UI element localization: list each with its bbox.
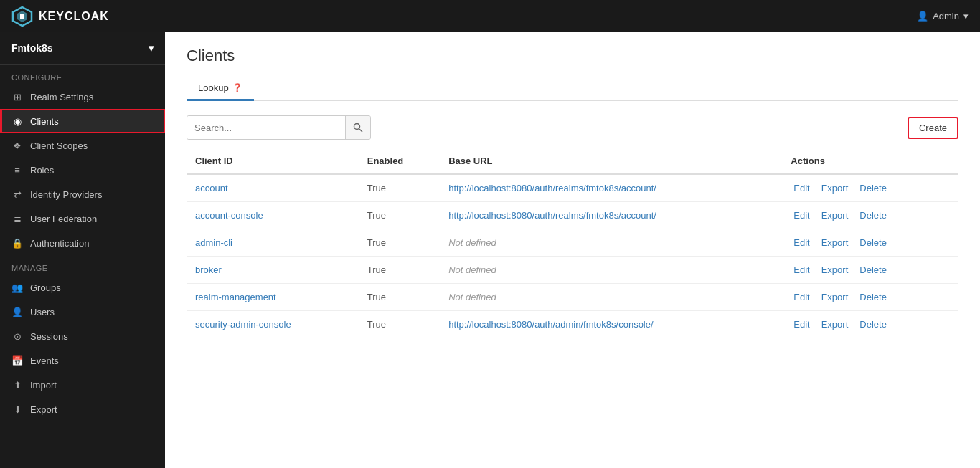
sidebar-item-identity-providers[interactable]: ⇄ Identity Providers [0,182,165,206]
sessions-icon: ⊙ [11,330,23,342]
client-id-link[interactable]: account-console [195,210,263,221]
sidebar-item-label: Sessions [30,331,68,342]
table-row: security-admin-consoleTruehttp://localho… [187,311,958,338]
tab-bar: Lookup ❓ [187,77,958,101]
base-url-cell: Not defined [440,284,782,311]
export-button[interactable]: Export [819,290,852,304]
export-button[interactable]: Export [819,236,852,249]
col-actions: Actions [782,148,958,174]
groups-icon: 👥 [11,282,23,293]
base-url-cell[interactable]: http://localhost:8080/auth/realms/fmtok8… [440,174,782,202]
base-url-cell[interactable]: http://localhost:8080/auth/realms/fmtok8… [440,202,782,229]
clients-icon: ◉ [11,115,23,127]
sidebar-item-user-federation[interactable]: ≣ User Federation [0,206,165,231]
client-id-link[interactable]: account [195,183,228,194]
sidebar: Fmtok8s ▾ Configure ⊞ Realm Settings ◉ C… [0,32,165,468]
sidebar-item-groups[interactable]: 👥 Groups [0,275,165,300]
import-icon: ⬆ [11,379,23,391]
sidebar-item-import[interactable]: ⬆ Import [0,373,165,397]
manage-section-label: Manage [0,255,165,275]
sidebar-item-clients[interactable]: ◉ Clients [0,109,165,133]
realm-selector[interactable]: Fmtok8s ▾ [0,32,165,65]
sidebar-item-authentication[interactable]: 🔒 Authentication [0,231,165,255]
edit-button[interactable]: Edit [791,236,812,249]
sidebar-item-users[interactable]: 👤 Users [0,300,165,324]
configure-section-label: Configure [0,65,165,85]
content-area: Clients Lookup ❓ Create [165,32,980,468]
sidebar-item-label: Export [30,404,57,415]
export-button[interactable]: Export [819,317,852,331]
search-input[interactable] [187,116,345,139]
client-id-link[interactable]: broker [195,264,222,275]
table-row: brokerTrueNot definedEditExportDelete [187,257,958,284]
edit-button[interactable]: Edit [791,209,812,222]
sidebar-item-export[interactable]: ⬇ Export [0,397,165,421]
client-scopes-icon: ❖ [11,140,23,151]
edit-button[interactable]: Edit [791,290,812,304]
search-button[interactable] [345,116,370,139]
main-layout: Fmtok8s ▾ Configure ⊞ Realm Settings ◉ C… [0,32,980,468]
table-row: accountTruehttp://localhost:8080/auth/re… [187,174,958,202]
delete-button[interactable]: Delete [857,209,890,222]
search-icon [353,123,363,133]
table-row: admin-cliTrueNot definedEditExportDelete [187,229,958,257]
actions-cell: EditExportDelete [782,311,958,338]
actions-cell: EditExportDelete [782,284,958,311]
delete-button[interactable]: Delete [857,236,890,249]
enabled-cell: True [359,202,440,229]
delete-button[interactable]: Delete [857,290,890,304]
sidebar-item-label: Groups [30,282,61,293]
client-id-link[interactable]: admin-cli [195,237,232,248]
sidebar-item-label: User Federation [30,214,97,224]
sidebar-item-sessions[interactable]: ⊙ Sessions [0,324,165,348]
actions-cell: EditExportDelete [782,202,958,229]
sidebar-item-client-scopes[interactable]: ❖ Client Scopes [0,133,165,158]
delete-button[interactable]: Delete [857,181,890,195]
sidebar-item-label: Import [30,380,57,391]
edit-button[interactable]: Edit [791,181,812,195]
client-id-link[interactable]: security-admin-console [195,319,291,330]
col-base-url: Base URL [440,148,782,174]
delete-button[interactable]: Delete [857,317,890,331]
col-client-id: Client ID [187,148,359,174]
edit-button[interactable]: Edit [791,317,812,331]
sidebar-item-label: Clients [30,116,59,127]
users-icon: 👤 [11,306,23,317]
edit-button[interactable]: Edit [791,263,812,277]
user-icon: 👤 [917,11,928,22]
user-menu[interactable]: 👤 Admin ▾ [917,11,969,22]
export-button[interactable]: Export [819,263,852,277]
enabled-cell: True [359,284,440,311]
svg-line-4 [359,129,362,132]
client-id-link[interactable]: realm-management [195,292,276,302]
export-button[interactable]: Export [819,209,852,222]
sidebar-item-roles[interactable]: ≡ Roles [0,158,165,182]
export-button[interactable]: Export [819,181,852,195]
help-icon: ❓ [232,83,242,92]
create-button[interactable]: Create [908,117,958,139]
base-url-cell[interactable]: http://localhost:8080/auth/admin/fmtok8s… [440,311,782,338]
sidebar-item-label: Roles [30,165,54,176]
tab-lookup[interactable]: Lookup ❓ [187,77,254,101]
roles-icon: ≡ [11,164,23,176]
base-url-cell: Not defined [440,257,782,284]
export-icon: ⬇ [11,403,23,415]
identity-providers-icon: ⇄ [11,188,23,200]
svg-rect-2 [20,14,24,19]
table-controls: Create [187,115,958,140]
page-title: Clients [187,47,958,65]
topbar: KEYCLOAK 👤 Admin ▾ [0,0,980,32]
enabled-cell: True [359,229,440,257]
sidebar-item-realm-settings[interactable]: ⊞ Realm Settings [0,85,165,109]
sidebar-item-label: Identity Providers [30,189,102,200]
enabled-cell: True [359,174,440,202]
svg-point-3 [354,124,360,130]
sidebar-item-label: Users [30,307,55,317]
col-enabled: Enabled [359,148,440,174]
delete-button[interactable]: Delete [857,263,890,277]
sidebar-item-events[interactable]: 📅 Events [0,348,165,373]
enabled-cell: True [359,257,440,284]
base-url-cell: Not defined [440,229,782,257]
actions-cell: EditExportDelete [782,174,958,202]
sidebar-item-label: Events [30,355,59,366]
